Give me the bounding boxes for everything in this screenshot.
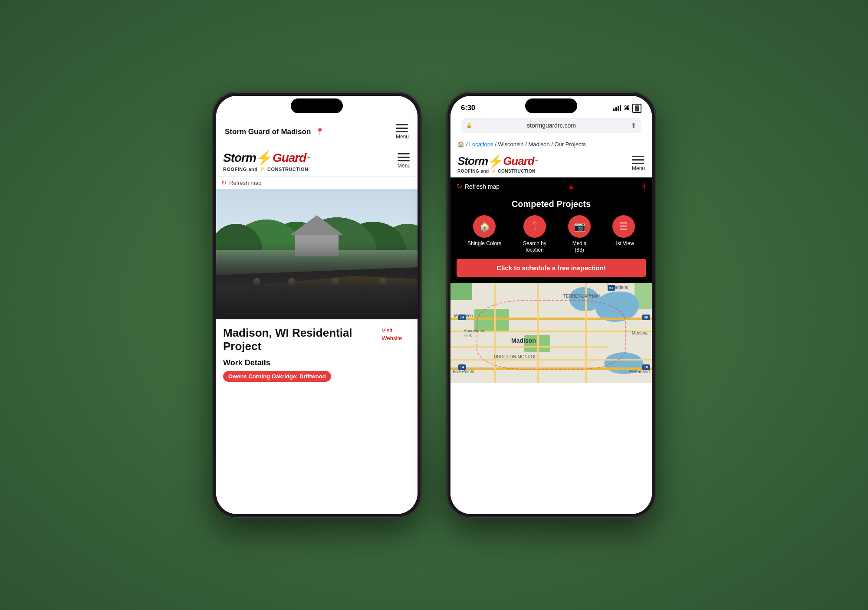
map-label-tenney: TENNEY-LAPHAM xyxy=(563,294,600,298)
signal-bars-icon xyxy=(613,105,621,111)
search-location-icon-circle: 📍 xyxy=(523,215,546,238)
refresh-map-label: Refresh map xyxy=(229,180,261,186)
dynamic-island-left xyxy=(291,98,343,113)
lock-icon: 🔒 xyxy=(466,123,472,128)
road-v-2 xyxy=(537,283,539,383)
phone-left: Storm Guard of Madison 📍 Menu xyxy=(213,92,421,518)
shingle-colors-icon-circle: 🏠 xyxy=(473,215,496,238)
road-v-1 xyxy=(494,283,496,383)
map-label-dudgeon: DUDGEON-MONROE xyxy=(494,354,537,359)
refresh-map-bar[interactable]: ↻ Refresh map xyxy=(216,177,418,189)
locations-link[interactable]: Locations xyxy=(469,141,493,148)
icon-buttons-row: 🏠 Shingle Colors 📍 Search bylocation xyxy=(457,215,646,254)
refresh-label: Refresh map xyxy=(465,183,500,190)
map-label-shorewood: ShorewoodHills xyxy=(464,328,486,338)
schedule-inspection-button[interactable]: Click to schedule a free inspection! xyxy=(457,259,646,277)
refresh-icon: ↻ xyxy=(457,182,462,190)
browser-url-bar[interactable]: 🔒 stormguardrc.com ⬆ xyxy=(461,118,641,133)
refresh-map-button[interactable]: ↻ Refresh map xyxy=(457,182,500,190)
right-logo-header: Storm ⚡ Guard ™ ROOFING and ⚡ CONSTRUCTI… xyxy=(450,150,652,177)
info-icon[interactable]: ℹ xyxy=(643,182,646,191)
material-badge: Owens Corning Oakridge: Driftwood xyxy=(223,371,331,382)
competed-section: Competed Projects 🏠 Shingle Colors xyxy=(450,196,652,283)
home-icon: 🏠 xyxy=(457,141,464,148)
search-by-location-label: Search bylocation xyxy=(523,240,546,254)
map-label-monona: Monona xyxy=(632,331,648,335)
road-h-1 xyxy=(450,318,652,320)
left-site-title: Storm Guard of Madison xyxy=(225,128,311,136)
list-icon-btn: ☰ xyxy=(619,221,628,232)
hero-overlay xyxy=(216,241,418,319)
map-area[interactable]: Middleton ShorewoodHills TENNEY-LAPHAM D… xyxy=(450,283,652,383)
route-14-left: 14 xyxy=(458,315,466,320)
road-h-4 xyxy=(450,359,652,361)
screen-left: Storm Guard of Madison 📍 Menu xyxy=(216,96,418,514)
pin-icon-btn: 📍 xyxy=(529,221,541,232)
chevron-up-icon[interactable]: ▲ xyxy=(567,182,575,191)
search-by-location-button[interactable]: 📍 Search bylocation xyxy=(523,215,546,254)
list-view-icon-circle: ☰ xyxy=(612,215,635,238)
shingle-colors-label: Shingle Colors xyxy=(467,240,501,247)
right-screen: 6:30 ⌘ ▓ xyxy=(450,96,652,514)
route-30: 30 xyxy=(642,315,650,320)
road-h-5 xyxy=(450,367,652,370)
shingle-colors-button[interactable]: 🏠 Shingle Colors xyxy=(467,215,501,254)
list-view-label: List View xyxy=(613,240,634,247)
right-logo: Storm ⚡ Guard ™ ROOFING and ⚡ CONSTRUCTI… xyxy=(457,154,539,174)
breadcrumb: 🏠 / Locations / Wisconsin / Madison / Ou… xyxy=(450,138,652,150)
status-icons: ⌘ ▓ xyxy=(613,104,641,113)
left-menu-button[interactable]: Menu xyxy=(396,124,409,140)
media-label: Media(83) xyxy=(572,240,587,254)
screen-right: 6:30 ⌘ ▓ xyxy=(450,96,652,514)
home-icon-btn: 🏠 xyxy=(479,221,490,232)
media-icon-circle: 📷 xyxy=(568,215,591,238)
phones-container: Storm Guard of Madison 📍 Menu xyxy=(213,92,655,518)
refresh-map-icon: ↻ xyxy=(221,179,227,186)
left-header-title-area: Storm Guard of Madison 📍 xyxy=(225,128,324,136)
media-button[interactable]: 📷 Media(83) xyxy=(568,215,591,254)
browser-bar-container: 🔒 stormguardrc.com ⬆ xyxy=(450,116,652,138)
status-time: 6:30 xyxy=(461,104,475,112)
camera-icon-btn: 📷 xyxy=(574,221,585,232)
list-view-button[interactable]: ☰ List View xyxy=(612,215,635,254)
phone-right: 6:30 ⌘ ▓ xyxy=(447,92,655,518)
route-14-bottom: 14 xyxy=(458,364,466,370)
left-screen-content: Storm Guard of Madison 📍 Menu xyxy=(216,96,418,514)
route-51: 51 xyxy=(608,285,615,291)
hero-image xyxy=(216,189,418,319)
map-control-bar: ↻ Refresh map ▲ ℹ xyxy=(450,177,652,196)
competed-title: Competed Projects xyxy=(457,199,646,209)
browser-url-text: stormguardrc.com xyxy=(476,122,627,129)
menu-label-right: Menu xyxy=(632,165,645,171)
right-menu-button[interactable]: Menu xyxy=(632,156,645,171)
work-details-label: Work Details xyxy=(223,358,411,367)
menu-label: Menu xyxy=(396,134,409,140)
hamburger-icon-2[interactable] xyxy=(398,153,411,161)
visit-website-link[interactable]: Visit Website xyxy=(382,327,402,341)
park-area-1 xyxy=(450,283,472,300)
project-title: Madison, WI Residential Project xyxy=(223,326,375,353)
left-logo: Storm ⚡ Guard ™ ROOFING and ⚡ CONSTRUCTI… xyxy=(223,150,310,172)
location-pin-icon: 📍 xyxy=(316,128,324,135)
hamburger-icon[interactable] xyxy=(396,124,409,132)
battery-icon: ▓ xyxy=(632,104,641,113)
menu-label-2: Menu xyxy=(398,163,411,169)
hamburger-icon-right[interactable] xyxy=(632,156,645,164)
left-logo-header: Storm ⚡ Guard ™ ROOFING and ⚡ CONSTRUCTI… xyxy=(216,145,418,177)
share-icon[interactable]: ⬆ xyxy=(631,121,636,130)
wifi-icon: ⌘ xyxy=(624,105,630,112)
breadcrumb-path: / Wisconsin / Madison / Our Projects xyxy=(495,141,586,148)
dynamic-island-right xyxy=(525,98,577,113)
project-content: Madison, WI Residential Project Visit We… xyxy=(216,319,418,387)
route-18: 18 xyxy=(642,364,650,370)
left-menu-button-2[interactable]: Menu xyxy=(398,153,411,169)
map-label-madison: Madison xyxy=(511,337,536,344)
